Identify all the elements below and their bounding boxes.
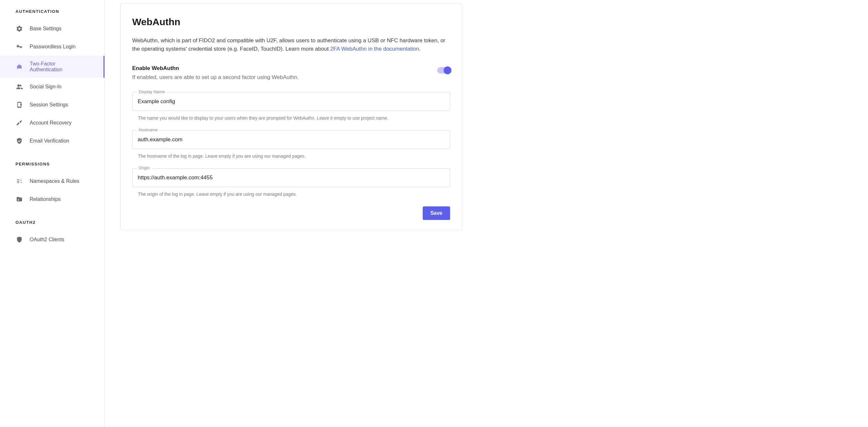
sidebar-item-recovery[interactable]: Account Recovery — [0, 114, 104, 132]
sidebar-item-social[interactable]: Social Sign-In — [0, 78, 104, 96]
key-icon — [16, 43, 23, 51]
phone-lock-icon — [16, 101, 23, 109]
section-header-authentication: Authentication — [0, 6, 104, 20]
hostname-field: Hostname — [132, 130, 450, 149]
hostname-help: The hostname of the log in page. Leave e… — [138, 154, 450, 159]
rules-icon — [16, 177, 23, 185]
origin-help: The origin of the log in page. Leave emp… — [138, 191, 450, 197]
field-label: Origin — [137, 165, 152, 170]
origin-input[interactable] — [132, 169, 450, 187]
field-label: Hostname — [137, 127, 160, 132]
sidebar-item-passwordless[interactable]: Passwordless Login — [0, 38, 104, 56]
enable-webauthn-toggle[interactable] — [437, 67, 450, 73]
people-icon — [16, 83, 23, 91]
fingerprint-icon — [16, 63, 23, 71]
section-header-permissions: Permissions — [0, 159, 104, 172]
origin-field: Origin — [132, 169, 450, 187]
sidebar-item-label: Relationships — [30, 196, 61, 202]
enable-webauthn-row: Enable WebAuthn If enabled, users are ab… — [132, 65, 450, 81]
sidebar-item-oauth2-clients[interactable]: OAuth2 Clients — [0, 231, 104, 249]
docs-link[interactable]: 2FA WebAuthn in the documentation — [330, 46, 419, 52]
sidebar-item-2fa[interactable]: Two-Factor Authentication — [0, 56, 104, 78]
sidebar-item-label: Account Recovery — [30, 120, 71, 126]
section-header-oauth2: OAuth2 — [0, 217, 104, 231]
display-name-input[interactable] — [132, 92, 450, 111]
sidebar-item-base-settings[interactable]: Base Settings — [0, 20, 104, 38]
hostname-input[interactable] — [132, 130, 450, 149]
sidebar-item-label: Namespaces & Rules — [30, 178, 79, 184]
sidebar-item-session[interactable]: Session Settings — [0, 96, 104, 114]
main-content: WebAuthn WebAuthn, which is part of FIDO… — [105, 0, 868, 427]
display-name-field: Display Name — [132, 92, 450, 111]
sidebar-item-email-verification[interactable]: Email Verification — [0, 132, 104, 150]
intro-text: WebAuthn, which is part of FIDO2 and com… — [132, 36, 450, 54]
sidebar-item-label: Two-Factor Authentication — [30, 61, 89, 72]
shield-check-icon — [16, 137, 23, 145]
sidebar-item-label: Base Settings — [30, 26, 62, 32]
shield-icon — [16, 236, 23, 243]
sidebar-item-label: Passwordless Login — [30, 44, 75, 50]
display-name-help: The name you would like to display to yo… — [138, 116, 450, 121]
page-title: WebAuthn — [132, 17, 450, 27]
tools-icon — [16, 119, 23, 127]
webauthn-card: WebAuthn WebAuthn, which is part of FIDO… — [120, 3, 462, 230]
sidebar: Authentication Base Settings Passwordles… — [0, 0, 105, 427]
gear-icon — [16, 25, 23, 33]
field-label: Display Name — [137, 89, 167, 94]
toggle-description: If enabled, users are able to set up a s… — [132, 74, 299, 81]
folder-person-icon — [16, 195, 23, 203]
toggle-title: Enable WebAuthn — [132, 65, 299, 71]
sidebar-item-namespaces[interactable]: Namespaces & Rules — [0, 172, 104, 190]
sidebar-item-label: OAuth2 Clients — [30, 237, 64, 243]
save-button[interactable]: Save — [423, 206, 450, 220]
sidebar-item-relationships[interactable]: Relationships — [0, 190, 104, 208]
sidebar-item-label: Email Verification — [30, 138, 69, 144]
sidebar-item-label: Session Settings — [30, 102, 68, 108]
sidebar-item-label: Social Sign-In — [30, 84, 62, 90]
